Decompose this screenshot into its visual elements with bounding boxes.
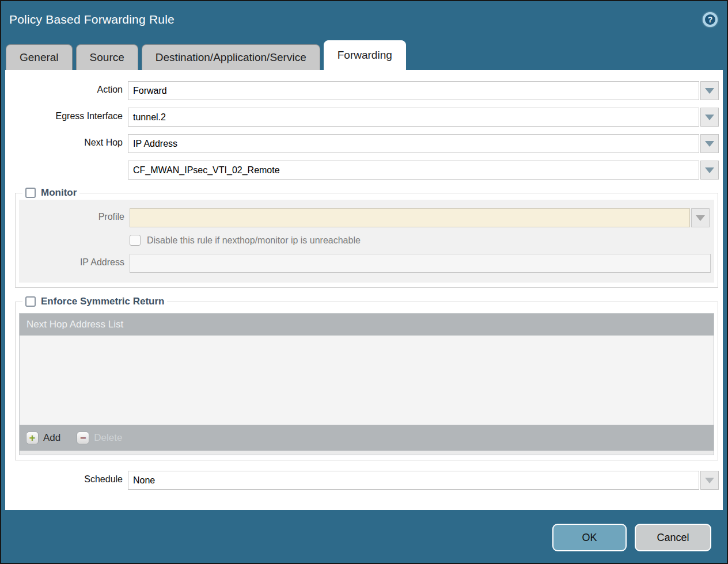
schedule-row: Schedule None — [5, 471, 723, 490]
disable-rule-row: Disable this rule if nexthop/monitor ip … — [130, 235, 714, 246]
next-hop-dropdown-button[interactable] — [700, 134, 719, 153]
chevron-down-icon — [705, 167, 714, 173]
chevron-down-icon — [705, 478, 714, 483]
action-select[interactable]: Forward — [128, 81, 699, 100]
symmetric-return-group-title: Enforce Symmetric Return — [41, 296, 164, 307]
disable-rule-label: Disable this rule if nexthop/monitor ip … — [147, 235, 361, 246]
schedule-label: Schedule — [5, 471, 128, 485]
next-hop-address-row: CF_MWAN_IPsec_VTI_02_Remote — [5, 161, 723, 180]
chevron-down-icon — [705, 115, 714, 120]
egress-interface-label: Egress Interface — [5, 108, 128, 121]
egress-interface-dropdown-button[interactable] — [700, 108, 719, 127]
tab-bar: General Source Destination/Application/S… — [1, 40, 727, 70]
next-hop-address-list-body[interactable] — [20, 336, 714, 425]
monitor-group: Monitor Profile Disable this rule if nex… — [15, 187, 718, 288]
symmetric-return-group: Enforce Symmetric Return Next Hop Addres… — [15, 296, 718, 460]
delete-button: − Delete — [77, 432, 122, 444]
tab-content: Action Forward Egress Interface tunnel.2… — [5, 70, 723, 510]
tab-general[interactable]: General — [6, 44, 73, 70]
monitor-ip-address-row: IP Address — [19, 254, 714, 273]
add-button-label: Add — [43, 432, 60, 444]
symmetric-return-checkbox[interactable] — [25, 296, 36, 307]
tab-destination-application-service[interactable]: Destination/Application/Service — [142, 44, 320, 70]
next-hop-address-list-header: Next Hop Address List — [20, 314, 714, 336]
monitor-group-title: Monitor — [41, 187, 77, 199]
dialog-footer: OK Cancel — [1, 510, 727, 563]
chevron-down-icon — [696, 215, 705, 221]
cancel-button[interactable]: Cancel — [635, 524, 711, 551]
monitor-panel: Profile Disable this rule if nexthop/mon… — [19, 200, 714, 283]
add-button[interactable]: + Add — [26, 432, 60, 444]
disable-rule-checkbox — [130, 235, 141, 246]
profile-select — [130, 208, 690, 227]
symmetric-return-legend: Enforce Symmetric Return — [22, 296, 167, 307]
action-label: Action — [5, 81, 128, 95]
ok-button[interactable]: OK — [552, 524, 627, 551]
monitor-legend: Monitor — [22, 187, 79, 199]
action-dropdown-button[interactable] — [700, 81, 719, 100]
egress-interface-select[interactable]: tunnel.2 — [128, 108, 699, 127]
next-hop-select[interactable]: IP Address — [128, 134, 699, 153]
next-hop-address-select[interactable]: CF_MWAN_IPsec_VTI_02_Remote — [128, 161, 699, 180]
profile-dropdown-button — [691, 208, 710, 227]
dialog-title: Policy Based Forwarding Rule — [9, 13, 175, 26]
egress-interface-row: Egress Interface tunnel.2 — [5, 108, 723, 127]
minus-icon: − — [77, 432, 89, 444]
schedule-select[interactable]: None — [128, 471, 699, 490]
table-bottom-strip — [20, 451, 714, 455]
next-hop-address-table: Next Hop Address List + Add − Delete — [19, 313, 714, 455]
schedule-dropdown-button[interactable] — [700, 471, 719, 490]
tab-source[interactable]: Source — [76, 44, 138, 70]
action-row: Action Forward — [5, 81, 723, 100]
next-hop-address-label-spacer — [5, 161, 128, 164]
titlebar: Policy Based Forwarding Rule ? — [1, 1, 727, 40]
next-hop-label: Next Hop — [5, 134, 128, 148]
chevron-down-icon — [705, 141, 714, 147]
next-hop-address-dropdown-button[interactable] — [700, 161, 719, 180]
plus-icon: + — [26, 432, 39, 444]
delete-button-label: Delete — [94, 432, 122, 444]
monitor-ip-address-input — [130, 254, 711, 273]
next-hop-row: Next Hop IP Address — [5, 134, 723, 153]
next-hop-table-toolbar: + Add − Delete — [20, 425, 714, 451]
monitor-ip-address-label: IP Address — [19, 254, 130, 268]
policy-based-forwarding-dialog: Policy Based Forwarding Rule ? General S… — [0, 0, 728, 564]
profile-label: Profile — [19, 208, 130, 222]
tab-forwarding[interactable]: Forwarding — [324, 40, 406, 70]
profile-row: Profile — [19, 208, 714, 227]
monitor-checkbox[interactable] — [25, 188, 36, 198]
chevron-down-icon — [705, 88, 714, 94]
help-icon[interactable]: ? — [703, 12, 718, 27]
